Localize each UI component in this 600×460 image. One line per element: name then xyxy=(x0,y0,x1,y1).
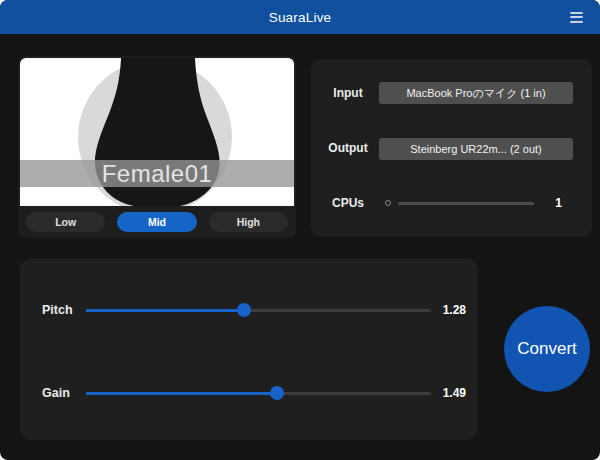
gain-slider-thumb[interactable] xyxy=(270,386,284,400)
cpus-slider-thumb[interactable] xyxy=(385,200,391,206)
preset-button-high[interactable]: High xyxy=(209,212,288,232)
cpus-slider[interactable] xyxy=(385,195,537,211)
preset-row: Low Mid High xyxy=(18,206,296,238)
voice-name: Female01 xyxy=(102,160,213,188)
output-device-button[interactable]: Steinberg UR22m... (2 out) xyxy=(379,138,573,160)
pitch-label: Pitch xyxy=(42,303,86,317)
pitch-slider-thumb[interactable] xyxy=(237,303,251,317)
input-label: Input xyxy=(316,86,380,100)
output-label: Output xyxy=(316,141,380,155)
voice-card: Female01 Low Mid High xyxy=(18,56,296,238)
preset-button-mid[interactable]: Mid xyxy=(117,212,196,232)
cpus-label: CPUs xyxy=(316,196,380,210)
app-title: SuaraLive xyxy=(269,10,332,25)
gain-slider-fill xyxy=(86,392,277,395)
menu-bar xyxy=(570,12,583,14)
gain-slider[interactable] xyxy=(86,385,431,401)
pitch-slider-fill xyxy=(86,309,244,312)
gain-value: 1.49 xyxy=(426,386,466,400)
menu-bar xyxy=(570,16,583,18)
voice-avatar: Female01 xyxy=(20,58,294,206)
tuner-panel: Pitch 1.28 Gain 1.49 xyxy=(20,258,478,440)
voice-name-banner: Female01 xyxy=(20,160,294,187)
app-window: SuaraLive Female01 Low Mid High Input Ma… xyxy=(0,0,600,460)
cpus-value: 1 xyxy=(540,195,562,211)
input-device-button[interactable]: MacBook Proのマイク (1 in) xyxy=(379,82,573,104)
device-panel: Input MacBook Proのマイク (1 in) Output Stei… xyxy=(311,59,592,237)
convert-button[interactable]: Convert xyxy=(504,306,590,392)
preset-button-low[interactable]: Low xyxy=(26,212,105,232)
gain-label: Gain xyxy=(42,386,86,400)
cpus-slider-track xyxy=(398,202,534,205)
app-bar: SuaraLive xyxy=(0,0,600,34)
pitch-slider[interactable] xyxy=(86,302,431,318)
menu-bar xyxy=(570,21,583,23)
hamburger-menu-icon[interactable] xyxy=(566,8,586,26)
pitch-value: 1.28 xyxy=(426,303,466,317)
